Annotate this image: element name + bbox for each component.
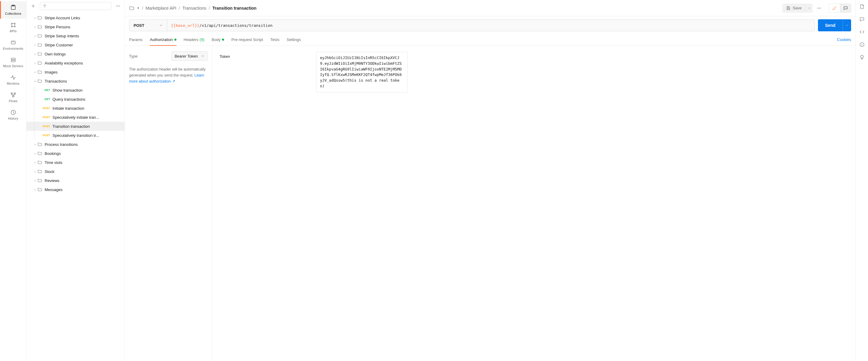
nav-collections[interactable]: Collections <box>0 1 26 19</box>
folder-stripe-account-links[interactable]: ›Stripe Account Links <box>27 13 125 22</box>
request-tabs: Params Authorization Headers(9) Body Pre… <box>125 34 855 46</box>
chevron-down-icon <box>159 24 163 27</box>
request-show-transaction[interactable]: GETShow transaction <box>27 86 125 95</box>
folder-stock[interactable]: ›Stock <box>27 167 125 176</box>
svg-point-17 <box>819 8 819 8</box>
folder-images[interactable]: ›Images <box>27 67 125 76</box>
crumb-request[interactable]: Transition transaction <box>212 6 256 10</box>
request-transition-transaction[interactable]: POSTTransition transaction <box>27 122 125 131</box>
edit-mode-button[interactable] <box>829 4 840 12</box>
documentation-icon[interactable] <box>858 3 866 10</box>
chevron-down-icon <box>201 54 205 58</box>
folder-messages[interactable]: ›Messages <box>27 185 125 194</box>
token-label: Token <box>220 52 316 59</box>
auth-panel: Type Bearer Token The authorization head… <box>125 46 855 361</box>
right-rail <box>855 0 868 361</box>
cookies-link[interactable]: Cookies <box>837 37 851 42</box>
svg-point-15 <box>119 6 120 6</box>
auth-description: The authorization header will be automat… <box>129 66 208 85</box>
nav-flows[interactable]: Flows <box>0 89 26 106</box>
new-button[interactable] <box>29 2 37 10</box>
tab-params[interactable]: Params <box>129 34 143 45</box>
method-label: POST <box>134 23 144 28</box>
dot-indicator <box>222 39 224 41</box>
nav-monitors-label: Monitors <box>7 81 19 85</box>
code-icon[interactable] <box>858 28 866 36</box>
auth-type-label: Type <box>129 54 137 59</box>
url-input[interactable]: {{base_url}}/v1/api/transactions/transit… <box>167 20 815 31</box>
tab-headers[interactable]: Headers(9) <box>184 34 205 45</box>
tab-body[interactable]: Body <box>212 34 224 45</box>
folder-reviews[interactable]: ›Reviews <box>27 176 125 185</box>
nav-rail: Collections APIs Environments Mock Serve… <box>0 0 27 361</box>
tab-more-button[interactable] <box>815 4 824 12</box>
dot-indicator <box>174 39 177 41</box>
folder-icon <box>129 5 134 11</box>
tab-settings[interactable]: Settings <box>286 34 301 45</box>
info-icon[interactable] <box>858 41 866 48</box>
folder-bookings[interactable]: ›Bookings <box>27 149 125 158</box>
sidebar-filter[interactable] <box>40 2 111 10</box>
breadcrumb: ▼ / Marketplace API / Transactions / Tra… <box>129 5 779 11</box>
save-label: Save <box>793 6 802 10</box>
nav-monitors[interactable]: Monitors <box>0 71 26 89</box>
auth-type-select[interactable]: Bearer Token <box>171 51 208 61</box>
nav-mock-servers[interactable]: Mock Servers <box>0 54 26 71</box>
headers-count: (9) <box>200 37 205 42</box>
nav-mock-label: Mock Servers <box>3 64 23 68</box>
request-speculatively-initiate[interactable]: POSTSpeculatively initiate tran... <box>27 113 125 122</box>
url-bar: POST {{base_url}}/v1/api/transactions/tr… <box>129 19 815 31</box>
sidebar: ›Stripe Account Links ›Stripe Persons ›S… <box>27 0 125 361</box>
svg-point-14 <box>118 6 118 6</box>
folder-stripe-setup-intents[interactable]: ›Stripe Setup Intents <box>27 31 125 40</box>
lightbulb-icon[interactable] <box>858 54 866 61</box>
folder-availability[interactable]: ›Availability exceptions <box>27 59 125 67</box>
tab-authorization[interactable]: Authorization <box>150 34 177 45</box>
auth-type-value: Bearer Token <box>175 54 198 59</box>
folder-stripe-customer[interactable]: ›Stripe Customer <box>27 40 125 50</box>
send-dropdown[interactable] <box>843 19 851 31</box>
nav-history[interactable]: History <box>0 106 26 124</box>
svg-point-16 <box>818 8 818 8</box>
folder-transactions[interactable]: ›Transactions <box>27 76 125 86</box>
view-mode-group <box>829 4 851 13</box>
main: ▼ / Marketplace API / Transactions / Tra… <box>125 0 855 361</box>
folder-stripe-persons[interactable]: ›Stripe Persons <box>27 22 125 31</box>
nav-flows-label: Flows <box>9 99 18 103</box>
save-dropdown[interactable] <box>805 4 812 13</box>
collection-tree[interactable]: ›Stripe Account Links ›Stripe Persons ›S… <box>27 12 125 361</box>
tab-prerequest[interactable]: Pre-request Script <box>231 34 263 45</box>
send-button[interactable]: Send <box>818 23 843 28</box>
tab-tests[interactable]: Tests <box>270 34 279 45</box>
url-variable: {{base_url}} <box>171 23 199 28</box>
tab-header: ▼ / Marketplace API / Transactions / Tra… <box>125 0 855 16</box>
nav-environments-label: Environments <box>3 47 23 50</box>
folder-own-listings[interactable]: ›Own listings <box>27 50 125 59</box>
comment-mode-button[interactable] <box>840 4 851 12</box>
crumb-folder[interactable]: Transactions <box>183 6 207 10</box>
svg-point-18 <box>820 8 821 8</box>
folder-time-slots[interactable]: ›Time slots <box>27 158 125 167</box>
nav-environments[interactable]: Environments <box>0 36 26 54</box>
request-query-transactions[interactable]: GETQuery transactions <box>27 95 125 104</box>
nav-apis[interactable]: APIs <box>0 19 26 36</box>
send-button-group: Send <box>818 19 851 31</box>
sidebar-more[interactable] <box>114 2 122 10</box>
save-icon <box>786 6 791 10</box>
folder-process-transitions[interactable]: ›Process transitions <box>27 140 125 149</box>
svg-rect-8 <box>11 60 15 62</box>
request-speculatively-transition[interactable]: POSTSpeculatively transition tr... <box>27 131 125 140</box>
svg-rect-7 <box>11 58 15 60</box>
nav-apis-label: APIs <box>10 29 17 33</box>
nav-history-label: History <box>8 117 18 120</box>
save-button[interactable]: Save <box>782 4 805 13</box>
url-path: /v1/api/transactions/transition <box>199 23 273 28</box>
method-select[interactable]: POST <box>129 20 167 31</box>
svg-rect-6 <box>11 41 15 44</box>
svg-point-13 <box>116 6 117 6</box>
request-initiate-transaction[interactable]: POSTInitiate transaction <box>27 104 125 113</box>
comments-icon[interactable] <box>858 16 866 23</box>
crumb-workspace[interactable]: Marketplace API <box>146 6 177 10</box>
nav-collections-label: Collections <box>5 12 22 15</box>
token-input[interactable]: eyJhbGciOiJIUzI1NiIsInR5cCI6IkpXVCJ9.eyJ… <box>316 52 408 93</box>
